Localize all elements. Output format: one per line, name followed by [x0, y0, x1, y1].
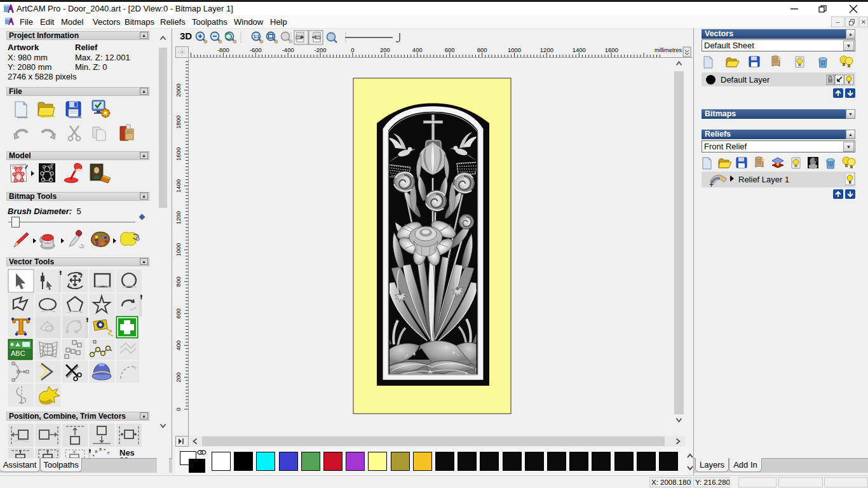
- svg-text:200: 200: [380, 46, 390, 53]
- svg-text:1000: 1000: [508, 46, 521, 53]
- svg-text:-600: -600: [250, 46, 262, 53]
- svg-text:1400: 1400: [573, 46, 586, 53]
- svg-text:1600: 1600: [605, 46, 618, 53]
- svg-text:600: 600: [175, 308, 182, 318]
- svg-text:-800: -800: [217, 46, 229, 53]
- svg-text:-200: -200: [315, 46, 327, 53]
- svg-text:c: c: [106, 450, 111, 455]
- svg-text:+: +: [709, 180, 714, 188]
- svg-text:400: 400: [175, 341, 182, 351]
- svg-text:2000: 2000: [175, 83, 182, 97]
- svg-text:200: 200: [175, 372, 182, 383]
- svg-text:0: 0: [175, 407, 182, 410]
- svg-text:-400: -400: [282, 46, 294, 53]
- svg-text:0: 0: [351, 46, 354, 53]
- svg-text:a: a: [99, 447, 102, 451]
- svg-text:600: 600: [445, 46, 455, 53]
- svg-text:1400: 1400: [175, 179, 182, 193]
- svg-text:a: a: [94, 449, 98, 454]
- svg-text:1200: 1200: [175, 211, 182, 224]
- svg-text:1600: 1600: [175, 147, 182, 161]
- svg-text:ABC: ABC: [11, 349, 25, 357]
- svg-text:400: 400: [412, 46, 423, 53]
- svg-text:800: 800: [175, 276, 182, 287]
- svg-text:1:1: 1:1: [254, 34, 260, 39]
- svg-text:millimetres: millimetres: [654, 47, 682, 53]
- svg-text:800: 800: [477, 46, 487, 53]
- svg-text:1800: 1800: [175, 116, 182, 129]
- svg-text:1000: 1000: [175, 243, 182, 256]
- svg-text:+: +: [103, 447, 107, 452]
- svg-text:1200: 1200: [540, 46, 553, 53]
